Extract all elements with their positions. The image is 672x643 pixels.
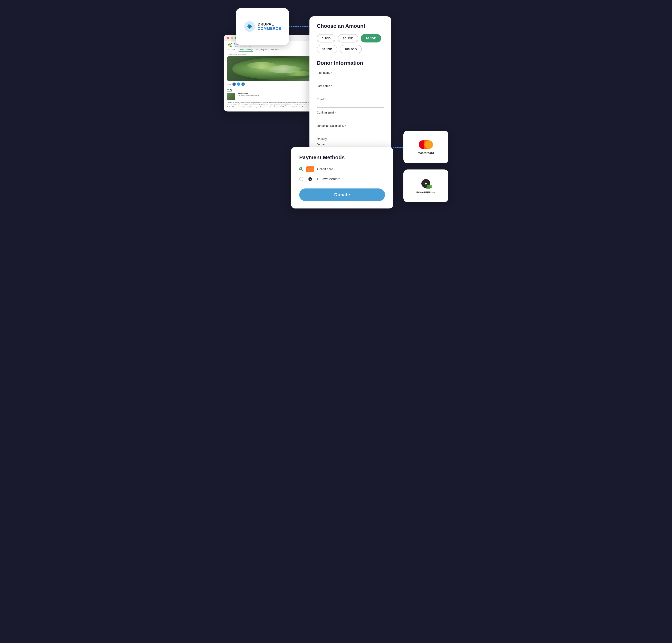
req-star: * — [345, 124, 346, 128]
fawateer-icon: e — [420, 178, 432, 190]
svg-rect-8 — [307, 168, 313, 169]
site-tagline: الجمعية الوطنية للتنمية والتأهيل — [234, 46, 252, 47]
efawateer-icon-visual: e — [306, 176, 314, 182]
svg-text:e: e — [425, 181, 427, 186]
drupal-text: DRUPAL COMMERCE — [258, 22, 281, 31]
email-field: Email * — [317, 98, 384, 108]
fawateer-text: FAWATEERcom — [416, 191, 435, 194]
credit-card-icon — [306, 167, 314, 172]
close-dot[interactable] — [227, 37, 229, 39]
first-name-field: First name * — [317, 71, 384, 81]
nav-our-news[interactable]: Our News — [271, 49, 279, 52]
story-thumbnail — [227, 93, 235, 100]
fawateer-logo: e — [420, 178, 432, 190]
amount-row-1: 5 JOD 10 JOD 20 JOD — [317, 34, 384, 43]
payment-methods-panel: Payment Methods Credit card — [291, 147, 393, 208]
credit-card-label: Credit card — [317, 168, 333, 171]
confirm-email-input[interactable] — [317, 115, 384, 121]
req-star: * — [325, 98, 326, 101]
amount-100-btn[interactable]: 100 JOD — [340, 45, 362, 53]
req-star: * — [335, 111, 336, 114]
linkedin-icon[interactable]: in — [241, 83, 245, 86]
mastercard-label: mastercard — [418, 151, 434, 155]
scene: DRUPAL COMMERCE mastercard e — [224, 8, 448, 222]
drupal-line2: COMMERCE — [258, 26, 281, 31]
story-info-block: Thyme Leaves Ein Al Dasha, Baqa Refugee … — [237, 93, 259, 100]
last-name-field: Last name * — [317, 84, 384, 94]
choose-amount-heading: Choose an Amount — [317, 23, 384, 29]
donate-button-large[interactable]: Donate — [299, 189, 385, 201]
donor-info-heading: Donor Information — [317, 60, 384, 66]
confirm-email-label: Confirm email * — [317, 111, 384, 114]
last-name-label: Last name * — [317, 84, 384, 88]
drupal-commerce-card: DRUPAL COMMERCE — [236, 8, 289, 45]
nav-about-us[interactable]: About Us — [228, 49, 235, 52]
story-label: Story — [227, 88, 232, 92]
national-id-label: Jordanian National ID * — [317, 124, 384, 128]
efawateer-icon: e — [306, 176, 314, 182]
amount-row-2: 50 JOD 100 JOD — [317, 45, 384, 53]
national-id-input[interactable] — [317, 128, 384, 134]
radio-dot-selected — [300, 168, 302, 170]
efawateer-label: E-Fawateercom — [317, 177, 340, 181]
confirm-email-field: Confirm email * — [317, 111, 384, 121]
efawateer-svg: e — [307, 177, 313, 181]
site-logo-icon: 🌿 — [228, 43, 232, 47]
national-id-field: Jordanian National ID * — [317, 124, 384, 134]
payment-title: Payment Methods — [299, 154, 385, 161]
drupal-line1: DRUPAL — [258, 22, 281, 26]
twitter-icon[interactable]: t — [237, 83, 240, 86]
email-label: Email * — [317, 98, 384, 101]
nav-our-programs[interactable]: Our Programs — [256, 49, 268, 52]
req-star: * — [331, 84, 332, 88]
svg-point-1 — [249, 25, 251, 27]
minimize-dot[interactable] — [231, 37, 233, 39]
amount-50-btn[interactable]: 50 JOD — [317, 45, 337, 53]
credit-card-radio[interactable] — [299, 167, 303, 171]
nav-fund-campaign[interactable]: Fund a Campaign — [239, 49, 253, 52]
first-name-label: First name * — [317, 71, 384, 74]
country-field: Country Jordan — [317, 137, 384, 147]
last-name-input[interactable] — [317, 88, 384, 94]
amount-10-btn[interactable]: 10 JOD — [338, 34, 358, 43]
share-label: Share — [227, 83, 231, 85]
mastercard-logo — [419, 139, 433, 150]
email-input[interactable] — [317, 102, 384, 108]
amount-20-btn[interactable]: 20 JOD — [361, 34, 381, 43]
facebook-icon[interactable]: f — [232, 83, 236, 86]
choose-amount-large: Choose an Amount 5 JOD 10 JOD 20 JOD 50 … — [317, 23, 384, 53]
efawateer-radio[interactable] — [299, 177, 303, 181]
story-location: Ein Al Dasha, Baqa Refugee Camp — [237, 95, 259, 96]
first-name-input[interactable] — [317, 75, 384, 81]
svg-point-6 — [426, 186, 431, 189]
cc-icon-visual — [306, 167, 314, 172]
country-label: Country — [317, 137, 384, 141]
req-star: * — [331, 71, 332, 74]
story-title: Thyme Leaves — [237, 93, 259, 95]
svg-rect-2 — [248, 25, 251, 26]
mc-orange-circle — [424, 140, 433, 149]
amount-5-btn[interactable]: 5 JOD — [317, 34, 335, 43]
svg-text:e: e — [310, 179, 311, 181]
fawateer-card: e FAWATEERcom — [404, 169, 448, 202]
mastercard-card: mastercard — [404, 131, 448, 163]
credit-card-option[interactable]: Credit card — [299, 167, 385, 172]
svg-rect-9 — [308, 170, 309, 170]
efawateer-option[interactable]: e E-Fawateercom — [299, 176, 385, 182]
drupal-icon — [244, 21, 255, 32]
country-value: Jordan — [317, 142, 384, 147]
drupal-logo: DRUPAL COMMERCE — [244, 21, 281, 32]
credit-card-svg — [307, 167, 313, 171]
